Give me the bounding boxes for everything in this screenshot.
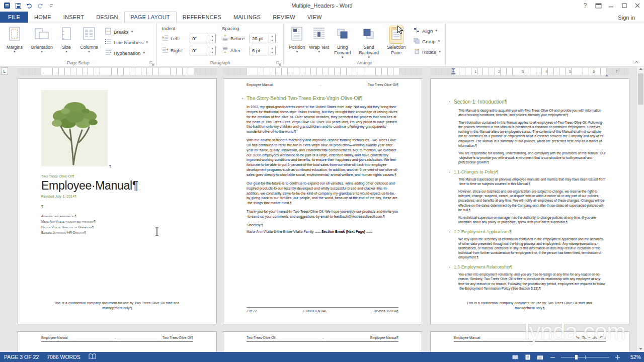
spinner-arrows-icon[interactable]: ▲▼ <box>269 34 275 43</box>
dropdown-caret-icon: ▼ <box>13 50 16 53</box>
line-numbers-button[interactable]: Line Numbers ▼ <box>105 38 148 46</box>
spinner-arrows-icon[interactable]: ▲▼ <box>209 46 215 55</box>
columns-button[interactable]: Columns ▼ <box>76 25 102 60</box>
window-controls: ? <box>579 0 644 11</box>
text-cursor-ibeam <box>154 227 159 238</box>
page-1[interactable]: ¶ Two​·​Trees​·​Olive​·​Oil¶ Employee​·​… <box>18 78 217 324</box>
body-paragraph: You​·​are​·​responsible​·​for​·​reading,… <box>458 151 606 164</box>
body-paragraph: In​·​1903,​·​my​·​great-grandparents​·​c… <box>247 105 398 134</box>
subsection-heading: ▪ 1.1​·​Changes​·​to​·​Policy¶ <box>454 169 606 174</box>
size-icon <box>60 26 72 43</box>
keep-with-next-mark: ▪ <box>242 97 243 100</box>
dropdown-caret-icon: ▼ <box>435 29 438 32</box>
minimize-button[interactable] <box>605 0 618 11</box>
group-objects-icon <box>413 37 420 45</box>
web-layout-icon[interactable] <box>536 353 544 360</box>
tab-insert[interactable]: INSERT <box>57 12 90 23</box>
zoom-out-button[interactable] <box>548 353 557 360</box>
dropdown-caret-icon: ▼ <box>437 40 440 43</box>
authors-block: Authored​·​and​·​approved​·​by¶ Maria​·​… <box>41 214 193 236</box>
keep-with-next-mark: ▪ <box>449 170 450 173</box>
group-label-arrange: Arrange <box>284 60 445 65</box>
zoom-in-button[interactable] <box>613 353 622 360</box>
scrollbar-thumb[interactable] <box>638 73 643 105</box>
tab-mailings[interactable]: MAILINGS <box>227 12 267 23</box>
spacing-after-input[interactable]: 6 pt ▲▼ <box>250 46 276 55</box>
group-arrange: Position ▼ Wrap Text ▼ Bring Forward ▼ <box>284 23 446 66</box>
ruler-segment-page2[interactable] <box>223 68 422 75</box>
signature-line: Maria​·​Ann​·​Vitalia​·​&​·​the​·​Entire… <box>247 230 398 233</box>
spinner-arrows-icon[interactable]: ▲▼ <box>209 34 215 43</box>
rotate-button[interactable]: Rotate ▼ <box>413 48 441 56</box>
breaks-icon <box>105 28 112 36</box>
tab-home[interactable]: HOME <box>28 12 57 23</box>
bring-forward-button[interactable]: Bring Forward ▼ <box>330 25 356 60</box>
page-2[interactable]: Employee​·​Manual → Two​·​Trees​·​Olive​… <box>223 78 422 324</box>
sign-in-link[interactable]: Sign in <box>618 15 635 21</box>
margins-icon <box>8 26 21 43</box>
document-canvas[interactable]: ¶ Two​·​Trees​·​Olive​·​Oil¶ Employee​·​… <box>0 76 636 352</box>
ruler-segment-page3[interactable]: 1 2 3 4 5 6 7 <box>430 68 629 75</box>
page-3[interactable]: ▪ Section​·​1:​·​Introduction¶ This​·​Ma… <box>430 78 629 324</box>
olive-tree-image[interactable] <box>41 90 108 168</box>
horizontal-ruler[interactable]: L 1 2 3 4 5 6 7 <box>0 66 636 76</box>
read-mode-icon[interactable] <box>511 353 519 360</box>
keep-with-next-mark: ▪ <box>449 230 450 233</box>
print-layout-icon[interactable] <box>523 353 532 360</box>
indent-left-input[interactable]: 0" ▲▼ <box>190 34 216 43</box>
word-count[interactable]: 7086 WORDS <box>47 354 80 360</box>
page-header[interactable]: Employee​·​Manual → Two​·​Trees​·​Olive​… <box>41 336 193 342</box>
tab-file[interactable]: FILE <box>0 12 28 23</box>
breaks-button[interactable]: Breaks ▼ <box>105 28 148 36</box>
vertical-scrollbar[interactable] <box>636 66 644 352</box>
paragraph-dialog-launcher-icon[interactable] <box>276 59 282 65</box>
size-button[interactable]: Size ▼ <box>56 25 76 60</box>
ruler-segment-page1[interactable] <box>18 68 217 75</box>
align-button[interactable]: Align ▼ <box>413 27 441 35</box>
tab-stop-selector[interactable]: L <box>1 67 8 75</box>
spacing-before-input[interactable]: 20 pt ▲▼ <box>250 34 276 43</box>
tab-mark: → <box>321 336 325 339</box>
pilcrow-mark: ¶ <box>109 164 111 168</box>
orientation-button[interactable]: Orientation ▼ <box>27 25 56 60</box>
help-icon[interactable]: ? <box>579 0 592 11</box>
tab-view[interactable]: VIEW <box>301 12 328 23</box>
tab-page-layout[interactable]: PAGE LAYOUT <box>124 12 177 23</box>
group-objects-button[interactable]: Group ▼ <box>413 37 441 45</box>
page-indicator[interactable]: PAGE 3 OF 22 <box>4 354 39 360</box>
indent-right-input[interactable]: 0" ▲▼ <box>190 46 216 55</box>
section-break-marker: Section Break (Next Page) <box>321 230 365 233</box>
collapse-ribbon-icon[interactable] <box>634 60 639 65</box>
hyphenation-button[interactable]: Hyphenation ▼ <box>105 49 148 57</box>
page-5[interactable]: Two​·​Trees​·​Olive​·​Oil → Employee​·​M… <box>223 331 422 352</box>
send-backward-icon <box>362 26 375 43</box>
tab-references[interactable]: REFERENCES <box>177 12 227 23</box>
selection-pane-button[interactable]: Selection Pane <box>383 25 410 60</box>
spinner-arrows-icon[interactable]: ▲▼ <box>269 46 275 55</box>
zoom-slider[interactable] <box>561 353 609 360</box>
page-setup-dialog-launcher-icon[interactable] <box>149 59 155 65</box>
page-footer[interactable]: 2​·​of​·​22 CONFIDENTIAL Revised​·​3/20/… <box>247 307 398 313</box>
ribbon-display-options-icon[interactable] <box>592 0 605 11</box>
keep-with-next-mark: ▪ <box>449 100 450 103</box>
position-button[interactable]: Position ▼ <box>286 25 308 60</box>
wrap-text-button[interactable]: Wrap Text ▼ <box>308 25 330 60</box>
page-header[interactable]: Two​·​Trees​·​Olive​·​Oil → Employee​·​M… <box>247 336 398 342</box>
maximize-button[interactable] <box>618 0 631 11</box>
proofing-icon[interactable] <box>89 353 96 360</box>
scroll-down-icon[interactable] <box>637 347 644 351</box>
section1-heading: ▪ Section​·​1:​·​Introduction¶ <box>454 99 606 105</box>
close-button[interactable] <box>631 0 644 11</box>
body-paragraph: The​·​information​·​contained​·​in​·​thi… <box>458 120 606 148</box>
dropdown-caret-icon: ▼ <box>341 56 344 59</box>
zoom-percent[interactable]: 52% <box>626 354 641 360</box>
scroll-up-icon[interactable] <box>637 67 644 71</box>
page-4[interactable]: Employee​·​Manual → Two​·​Trees​·​Olive​… <box>18 331 217 352</box>
dropdown-caret-icon: ▼ <box>65 50 68 53</box>
page-header[interactable]: Employee​·​Manual → Two​·​Trees​·​Olive​… <box>223 79 422 86</box>
tab-review[interactable]: REVIEW <box>267 12 301 23</box>
tab-design[interactable]: DESIGN <box>90 12 124 23</box>
margins-button[interactable]: Margins ▼ <box>2 25 27 60</box>
send-backward-button[interactable]: Send Backward ▼ <box>355 25 382 60</box>
zoom-slider-thumb[interactable] <box>575 355 578 359</box>
